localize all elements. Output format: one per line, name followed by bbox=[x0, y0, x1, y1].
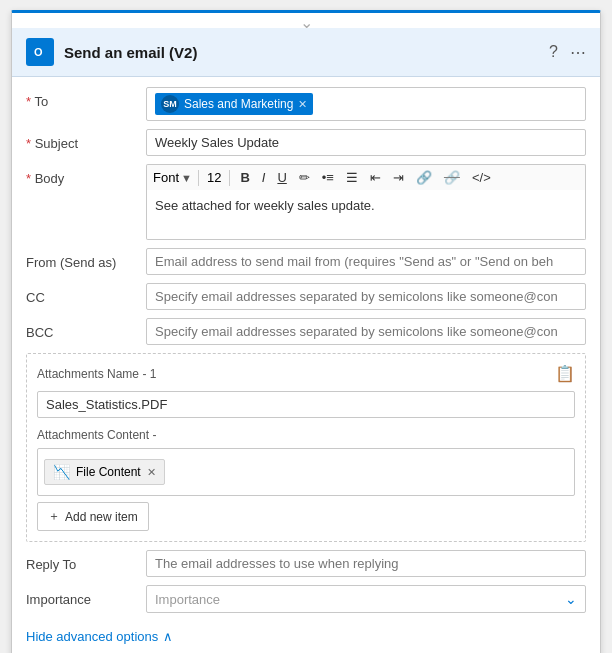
cc-field bbox=[146, 283, 586, 310]
font-label: Font bbox=[153, 170, 179, 185]
attachments-content-label: Attachments Content - bbox=[37, 428, 575, 442]
add-item-button[interactable]: ＋ Add new item bbox=[37, 502, 149, 531]
file-content-tag: 📉 File Content ✕ bbox=[44, 459, 165, 485]
subject-row: * Subject bbox=[26, 129, 586, 156]
hide-advanced-options[interactable]: Hide advanced options ∧ bbox=[26, 621, 586, 652]
file-content-close-icon[interactable]: ✕ bbox=[147, 466, 156, 479]
unlink-btn[interactable]: 🔗 bbox=[440, 168, 464, 187]
reply-to-label: Reply To bbox=[26, 550, 146, 572]
font-selector[interactable]: Font ▼ bbox=[153, 170, 192, 185]
font-dropdown-arrow[interactable]: ▼ bbox=[181, 172, 192, 184]
tag-close-icon[interactable]: ✕ bbox=[298, 98, 307, 111]
reply-to-field bbox=[146, 550, 586, 577]
to-tag-container[interactable]: SM Sales and Marketing ✕ bbox=[146, 87, 586, 121]
cc-label: CC bbox=[26, 283, 146, 305]
bcc-row: BCC bbox=[26, 318, 586, 345]
attachments-name-label: Attachments Name - 1 bbox=[37, 367, 156, 381]
attachment-name-input[interactable] bbox=[37, 391, 575, 418]
email-card: ⌄ O Send an email (V2) ? ⋯ * To bbox=[11, 10, 601, 653]
more-options-icon[interactable]: ⋯ bbox=[570, 43, 586, 62]
header-left: O Send an email (V2) bbox=[26, 38, 197, 66]
tag-initials: SM bbox=[161, 95, 179, 113]
attachments-section: Attachments Name - 1 📋 Attachments Conte… bbox=[26, 353, 586, 542]
svg-text:O: O bbox=[34, 46, 43, 58]
to-row: * To SM Sales and Marketing ✕ bbox=[26, 87, 586, 121]
importance-label: Importance bbox=[26, 585, 146, 607]
hide-advanced-label: Hide advanced options bbox=[26, 629, 158, 644]
subject-label: * Subject bbox=[26, 129, 146, 151]
card-body: * To SM Sales and Marketing ✕ * Subject bbox=[12, 77, 600, 653]
importance-field: Importance ⌄ bbox=[146, 585, 586, 613]
tag-name: Sales and Marketing bbox=[184, 97, 293, 111]
highlight-btn[interactable]: ✏ bbox=[295, 168, 314, 187]
from-field bbox=[146, 248, 586, 275]
add-icon: ＋ bbox=[48, 508, 60, 525]
toolbar-divider-2 bbox=[229, 170, 230, 186]
attachments-name-header: Attachments Name - 1 📋 bbox=[37, 364, 575, 383]
importance-chevron-icon: ⌄ bbox=[565, 591, 577, 607]
body-row: * Body Font ▼ 12 B I U ✏ •≡ ☰ bbox=[26, 164, 586, 240]
cc-input[interactable] bbox=[146, 283, 586, 310]
bold-btn[interactable]: B bbox=[236, 168, 253, 187]
font-size-display: 12 bbox=[205, 170, 223, 185]
reply-to-input[interactable] bbox=[146, 550, 586, 577]
to-field: SM Sales and Marketing ✕ bbox=[146, 87, 586, 121]
to-tag: SM Sales and Marketing ✕ bbox=[155, 93, 313, 115]
attachments-content-container: 📉 File Content ✕ bbox=[37, 448, 575, 496]
to-label: * To bbox=[26, 87, 146, 109]
underline-btn[interactable]: U bbox=[273, 168, 290, 187]
number-list-btn[interactable]: ☰ bbox=[342, 168, 362, 187]
attachments-content-area: Attachments Content - 📉 File Content ✕ ＋… bbox=[37, 428, 575, 531]
cc-row: CC bbox=[26, 283, 586, 310]
from-row: From (Send as) bbox=[26, 248, 586, 275]
help-icon[interactable]: ? bbox=[549, 43, 558, 61]
indent-right-btn[interactable]: ⇥ bbox=[389, 168, 408, 187]
from-label: From (Send as) bbox=[26, 248, 146, 270]
hide-advanced-chevron-icon: ∧ bbox=[163, 629, 173, 644]
file-icon: 📉 bbox=[53, 464, 70, 480]
body-field: Font ▼ 12 B I U ✏ •≡ ☰ ⇤ ⇥ 🔗 🔗 </ bbox=[146, 164, 586, 240]
html-btn[interactable]: </> bbox=[468, 168, 495, 187]
to-required-star: * bbox=[26, 94, 34, 109]
header-right: ? ⋯ bbox=[549, 43, 586, 62]
bullet-list-btn[interactable]: •≡ bbox=[318, 168, 338, 187]
body-label: * Body bbox=[26, 164, 146, 186]
link-btn[interactable]: 🔗 bbox=[412, 168, 436, 187]
toolbar-divider-1 bbox=[198, 170, 199, 186]
indent-left-btn[interactable]: ⇤ bbox=[366, 168, 385, 187]
file-content-label: File Content bbox=[76, 465, 141, 479]
subject-field bbox=[146, 129, 586, 156]
importance-row: Importance Importance ⌄ bbox=[26, 585, 586, 613]
importance-value: Importance bbox=[155, 592, 220, 607]
add-item-label: Add new item bbox=[65, 510, 138, 524]
app-icon: O bbox=[26, 38, 54, 66]
importance-dropdown[interactable]: Importance ⌄ bbox=[146, 585, 586, 613]
italic-btn[interactable]: I bbox=[258, 168, 270, 187]
card-title: Send an email (V2) bbox=[64, 44, 197, 61]
bcc-field bbox=[146, 318, 586, 345]
body-editor[interactable]: See attached for weekly sales update. bbox=[146, 190, 586, 240]
attachment-icon[interactable]: 📋 bbox=[555, 364, 575, 383]
from-input[interactable] bbox=[146, 248, 586, 275]
reply-to-row: Reply To bbox=[26, 550, 586, 577]
bcc-input[interactable] bbox=[146, 318, 586, 345]
body-toolbar: Font ▼ 12 B I U ✏ •≡ ☰ ⇤ ⇥ 🔗 🔗 </ bbox=[146, 164, 586, 190]
body-text: See attached for weekly sales update. bbox=[155, 198, 375, 213]
subject-input[interactable] bbox=[146, 129, 586, 156]
card-header: O Send an email (V2) ? ⋯ bbox=[12, 28, 600, 77]
bcc-label: BCC bbox=[26, 318, 146, 340]
